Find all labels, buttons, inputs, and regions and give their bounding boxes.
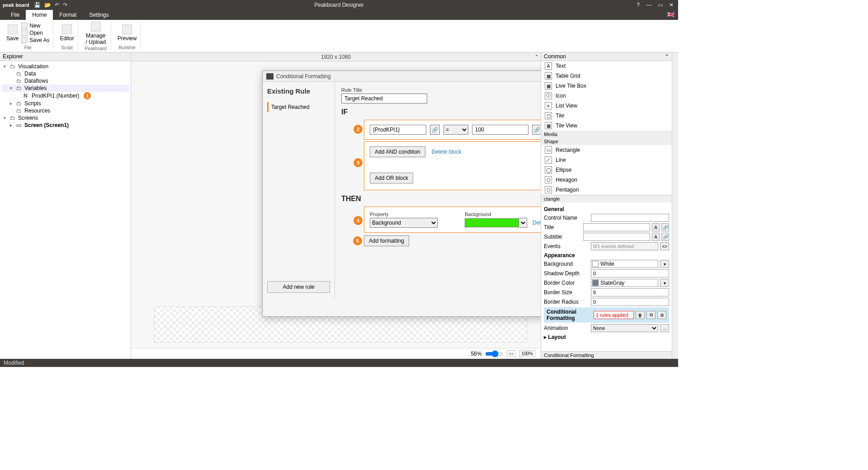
node-data[interactable]: 🗀Data <box>2 70 129 77</box>
conditional-formatting-row[interactable]: Conditional Formatting1 rules applied🗑⧉⚙ <box>544 307 669 323</box>
subtitle-font-icon[interactable]: A <box>652 233 660 241</box>
border-color-dropdown-icon[interactable]: ▾ <box>660 279 669 287</box>
step-badge-1: 1 <box>84 92 91 99</box>
close-icon[interactable]: ✕ <box>669 2 674 8</box>
title-input[interactable] <box>583 223 650 231</box>
ribbon-group-file: Save New Open Save As File <box>3 22 53 50</box>
tool-listview[interactable]: ≡List View <box>541 101 672 111</box>
zoom-100-button[interactable]: 100% <box>519 350 535 357</box>
canvas-collapse-icon[interactable]: ⌃ <box>534 54 539 60</box>
condition-value-input[interactable] <box>472 125 528 135</box>
canvas-header: 1920 x 1080⌃ <box>131 52 541 61</box>
title-link-icon[interactable]: 🔗 <box>661 223 669 231</box>
add-formatting-button[interactable]: Add formatting <box>364 235 409 246</box>
folder-icon: 🗀 <box>16 108 23 114</box>
tab-format[interactable]: Format <box>53 10 83 20</box>
tool-tileview[interactable]: ▦Tile View <box>541 121 672 131</box>
variable-link-icon[interactable]: 🔗 <box>430 125 440 135</box>
tab-file[interactable]: File <box>5 10 26 20</box>
tool-livetile[interactable]: ▦Live Tile Box <box>541 81 672 91</box>
tool-rectangle[interactable]: ▭Rectangle <box>541 145 672 155</box>
delete-block-link[interactable]: Delete block <box>432 149 462 155</box>
delete-formatting-link[interactable]: Delete <box>533 220 541 226</box>
add-new-rule-button[interactable]: Add new rule <box>267 281 330 293</box>
node-variable-item[interactable]: NProdKPI1 (Number)1 <box>2 92 129 100</box>
language-flag-icon[interactable]: 🇬🇧 <box>667 11 675 18</box>
preview-button[interactable]: Preview <box>118 24 137 42</box>
rule-title-input[interactable] <box>341 94 427 103</box>
media-section-header: Media <box>541 131 672 138</box>
condition-variable-input[interactable] <box>370 125 426 135</box>
add-or-block-button[interactable]: Add OR block <box>370 173 413 183</box>
appearance-header: Appearance <box>544 252 669 258</box>
dialog-titlebar: Conditional Formatting — ▢ ✕ <box>263 71 541 82</box>
tool-tablegrid[interactable]: ▦Table Grid <box>541 71 672 81</box>
tool-icon[interactable]: ⓘIcon <box>541 91 672 101</box>
hexagon-icon: ⬡ <box>545 176 552 183</box>
events-edit-icon[interactable]: <> <box>660 242 669 250</box>
value-link-icon[interactable]: 🔗 <box>532 125 541 135</box>
help-icon[interactable]: ? <box>637 2 640 8</box>
node-variables[interactable]: ▾🗀Variables <box>2 85 129 92</box>
maximize-icon[interactable]: ▭ <box>658 2 663 8</box>
tab-settings[interactable]: Settings <box>83 10 115 20</box>
explorer-header: Explorer <box>0 52 131 61</box>
minimize-icon[interactable]: — <box>646 2 651 8</box>
border-size-input[interactable] <box>591 288 669 296</box>
rule-item-target-reached[interactable]: Target Reached <box>267 102 330 112</box>
control-name-input[interactable] <box>591 214 669 222</box>
qat-save-icon[interactable]: 💾 <box>34 2 41 8</box>
background-dropdown-icon[interactable]: ▾ <box>660 260 669 268</box>
tool-text[interactable]: AText <box>541 61 672 71</box>
cf-copy-icon[interactable]: ⧉ <box>646 311 656 319</box>
node-screen1-label: Screen (Screen1) <box>24 122 69 128</box>
subtitle-input[interactable] <box>583 233 650 241</box>
open-button[interactable]: Open <box>21 30 49 36</box>
node-scripts[interactable]: ▸🗀Scripts <box>2 100 129 107</box>
cf-delete-icon[interactable]: 🗑 <box>636 311 645 319</box>
canvas-area[interactable]: Conditional Formatting — ▢ ✕ Existing Ru… <box>131 61 541 348</box>
node-visualization[interactable]: ▾🗀Visualization <box>2 63 129 70</box>
new-button[interactable]: New <box>21 23 49 29</box>
zoom-slider[interactable] <box>485 350 503 357</box>
general-header: General <box>544 206 669 212</box>
qat-undo-icon[interactable]: ↶ <box>55 2 59 8</box>
shadow-input[interactable] <box>591 269 669 277</box>
editor-button[interactable]: Editor <box>60 24 74 42</box>
node-resources[interactable]: 🗀Resources <box>2 107 129 114</box>
tool-hexagon[interactable]: ⬡Hexagon <box>541 175 672 185</box>
tool-ellipse[interactable]: ◯Ellipse <box>541 165 672 175</box>
cf-value: 1 rules applied <box>594 311 634 319</box>
title-font-icon[interactable]: A <box>652 223 660 231</box>
common-collapse-icon[interactable]: ⌃ <box>665 53 669 60</box>
add-and-condition-button[interactable]: Add AND condition <box>370 146 425 157</box>
step-badge-2: 2 <box>354 125 363 134</box>
node-screens[interactable]: ▾🗀Screens <box>2 114 129 122</box>
saveas-button[interactable]: Save As <box>21 37 49 43</box>
fit-icon[interactable]: ▭ <box>507 350 515 357</box>
new-label: New <box>29 23 40 29</box>
tool-tile[interactable]: ▢Tile <box>541 111 672 121</box>
property-select[interactable]: Background <box>370 218 438 228</box>
animation-more-icon[interactable]: … <box>660 324 669 332</box>
step-badge-5: 5 <box>353 236 362 245</box>
right-scrollbar[interactable] <box>672 52 678 359</box>
node-dataflows[interactable]: 🗀Dataflows <box>2 77 129 85</box>
tool-line[interactable]: ／Line <box>541 155 672 165</box>
condition-operator-select[interactable]: = <box>443 125 468 135</box>
manage-button[interactable]: Manage / Upload <box>85 22 107 45</box>
animation-select[interactable]: None <box>591 324 658 332</box>
qat-open-icon[interactable]: 📂 <box>44 2 51 8</box>
node-screen1[interactable]: ▸▭Screen (Screen1) <box>2 122 129 129</box>
border-radius-input[interactable] <box>591 298 669 306</box>
save-button[interactable]: Save <box>6 24 19 42</box>
explorer-title: Explorer <box>3 53 23 60</box>
cf-edit-icon[interactable]: ⚙ <box>657 311 666 319</box>
tool-pentagon[interactable]: ⬠Pentagon <box>541 185 672 195</box>
subtitle-link-icon[interactable]: 🔗 <box>661 233 669 241</box>
background-color-select[interactable] <box>519 218 527 228</box>
tab-home[interactable]: Home <box>26 10 53 20</box>
dialog-main: Rule Title IF 2 🔗 = <box>335 82 541 298</box>
open-icon <box>21 30 28 36</box>
qat-redo-icon[interactable]: ↷ <box>63 2 67 8</box>
